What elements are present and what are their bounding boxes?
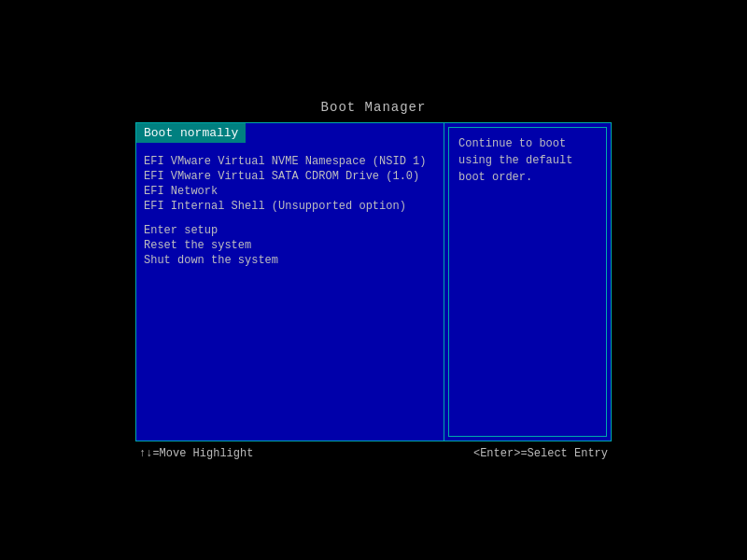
right-panel: Continue to boot using the default boot … xyxy=(448,127,607,437)
left-panel: Boot normally EFI VMware Virtual NVME Na… xyxy=(136,123,444,441)
page-title: Boot Manager xyxy=(321,100,427,115)
main-container: Boot normally EFI VMware Virtual NVME Na… xyxy=(135,122,612,441)
menu-item-efi-shell[interactable]: EFI Internal Shell (Unsupported option) xyxy=(144,199,436,214)
bios-screen: Boot Manager Boot normally EFI VMware Vi… xyxy=(0,0,747,560)
menu-items: EFI VMware Virtual NVME Namespace (NSID … xyxy=(136,150,444,272)
menu-item-reset[interactable]: Reset the system xyxy=(144,238,436,253)
status-move: ↑↓=Move Highlight xyxy=(139,447,253,460)
menu-header: Boot normally xyxy=(136,123,246,143)
menu-item-efi-nvme[interactable]: EFI VMware Virtual NVME Namespace (NSID … xyxy=(144,154,436,169)
status-bar: ↑↓=Move Highlight <Enter>=Select Entry xyxy=(135,447,612,460)
menu-item-shutdown[interactable]: Shut down the system xyxy=(144,253,436,268)
menu-item-efi-network[interactable]: EFI Network xyxy=(144,184,436,199)
menu-separator xyxy=(144,214,436,223)
status-select: <Enter>=Select Entry xyxy=(473,447,608,460)
menu-item-efi-cdrom[interactable]: EFI VMware Virtual SATA CDROM Drive (1.0… xyxy=(144,169,436,184)
help-text: Continue to boot using the default boot … xyxy=(458,135,597,186)
menu-item-enter-setup[interactable]: Enter setup xyxy=(144,223,436,238)
